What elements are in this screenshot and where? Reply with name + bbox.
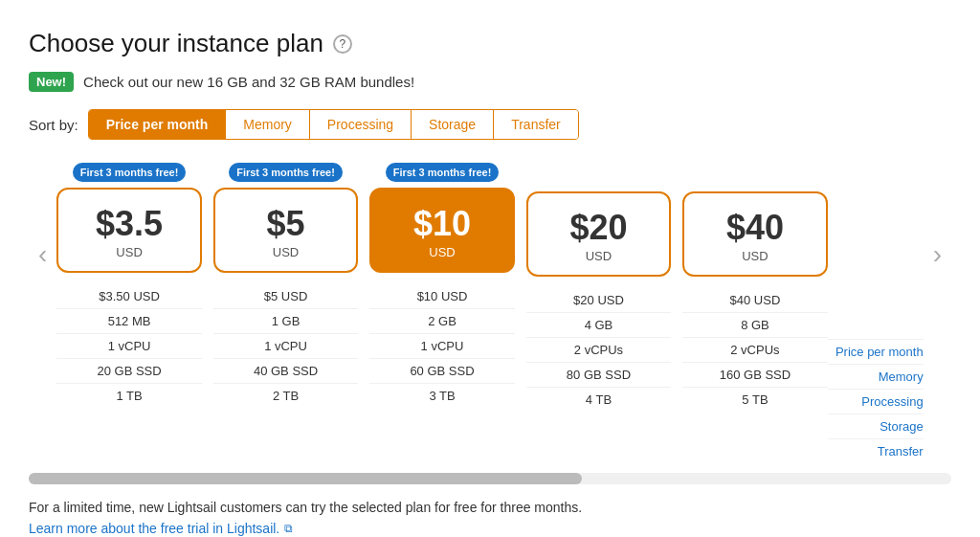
external-link-icon: ⧉: [284, 522, 293, 535]
spec-price-5: $5 USD: [213, 284, 358, 308]
plan-badge-3-5: First 3 months free!: [73, 163, 187, 182]
scrollbar-thumb: [29, 473, 582, 484]
price-currency-10: USD: [381, 245, 502, 259]
next-arrow[interactable]: ›: [924, 239, 951, 270]
spec-transfer-5: 2 TB: [213, 383, 358, 408]
page-title: Choose your instance plan ?: [29, 29, 951, 58]
spec-memory-40: 8 GB: [682, 312, 827, 337]
price-currency-5: USD: [225, 245, 346, 259]
price-currency-3-5: USD: [68, 245, 189, 259]
new-badge: New!: [29, 72, 74, 92]
plan-specs-20: $20 USD 4 GB 2 vCPUs 80 GB SSD 4 TB: [526, 288, 671, 412]
spec-processing-5: 1 vCPU: [213, 333, 358, 358]
sort-row: Sort by: Price per month Memory Processi…: [29, 109, 951, 140]
price-amount-5: $5: [225, 207, 346, 241]
plan-card-5: First 3 months free! $5 USD $5 USD 1 GB …: [213, 163, 358, 412]
plan-badge-10: First 3 months free!: [386, 163, 500, 182]
sort-tabs: Price per month Memory Processing Storag…: [88, 109, 579, 140]
help-icon[interactable]: ?: [333, 34, 352, 54]
tab-storage[interactable]: Storage: [412, 110, 494, 139]
spec-price-10: $10 USD: [369, 284, 514, 308]
spec-storage-3-5: 20 GB SSD: [56, 358, 201, 383]
plan-price-box-5[interactable]: $5 USD: [213, 188, 358, 273]
footer-link[interactable]: Learn more about the free trial in Light…: [29, 521, 951, 536]
scrollbar[interactable]: [29, 473, 951, 484]
tab-transfer[interactable]: Transfer: [494, 110, 578, 139]
spec-processing-20: 2 vCPUs: [526, 337, 671, 362]
price-amount-3-5: $3.5: [68, 207, 189, 241]
new-banner: New! Check out our new 16 GB and 32 GB R…: [29, 72, 951, 92]
plans-container: First 3 months free! $3.5 USD $3.50 USD …: [56, 163, 827, 412]
spec-processing-40: 2 vCPUs: [682, 337, 827, 362]
tab-price[interactable]: Price per month: [89, 110, 227, 139]
spec-storage-5: 40 GB SSD: [213, 358, 358, 383]
footer-text: For a limited time, new Lightsail custom…: [29, 500, 951, 515]
spec-memory-3-5: 512 MB: [56, 308, 201, 333]
sort-label: Sort by:: [29, 117, 78, 133]
side-label-processing: Processing: [828, 389, 924, 414]
side-label-price: Price per month: [828, 339, 924, 364]
plan-specs-5: $5 USD 1 GB 1 vCPU 40 GB SSD 2 TB: [213, 284, 358, 408]
plan-card-3-5: First 3 months free! $3.5 USD $3.50 USD …: [56, 163, 201, 412]
plan-card-10: First 3 months free! $10 USD $10 USD 2 G…: [369, 163, 514, 412]
plan-badge-5: First 3 months free!: [229, 163, 343, 182]
price-amount-10: $10: [381, 207, 502, 241]
plan-price-box-3-5[interactable]: $3.5 USD: [56, 188, 201, 273]
tab-memory[interactable]: Memory: [226, 110, 310, 139]
spec-processing-3-5: 1 vCPU: [56, 333, 201, 358]
spec-memory-20: 4 GB: [526, 312, 671, 337]
spec-transfer-40: 5 TB: [682, 387, 827, 412]
spec-transfer-20: 4 TB: [526, 387, 671, 412]
plan-price-box-40[interactable]: $40 USD: [682, 191, 827, 277]
price-amount-40: $40: [694, 211, 815, 245]
spec-storage-20: 80 GB SSD: [526, 362, 671, 387]
price-currency-20: USD: [538, 249, 659, 263]
price-amount-20: $20: [538, 211, 659, 245]
plan-card-40: $40 USD $40 USD 8 GB 2 vCPUs 160 GB SSD …: [682, 163, 827, 412]
side-labels: Price per month Memory Processing Storag…: [828, 167, 924, 463]
banner-text: Check out our new 16 GB and 32 GB RAM bu…: [83, 74, 414, 90]
plan-specs-10: $10 USD 2 GB 1 vCPU 60 GB SSD 3 TB: [369, 284, 514, 408]
spec-price-3-5: $3.50 USD: [56, 284, 201, 308]
side-label-transfer: Transfer: [828, 438, 924, 463]
plan-price-box-10[interactable]: $10 USD: [369, 188, 514, 273]
spec-price-20: $20 USD: [526, 288, 671, 312]
prev-arrow[interactable]: ‹: [29, 239, 56, 270]
tab-processing[interactable]: Processing: [310, 110, 412, 139]
spec-transfer-3-5: 1 TB: [56, 383, 201, 408]
spec-storage-10: 60 GB SSD: [369, 358, 514, 383]
title-text: Choose your instance plan: [29, 29, 323, 58]
spec-transfer-10: 3 TB: [369, 383, 514, 408]
side-label-storage: Storage: [828, 414, 924, 438]
spec-storage-40: 160 GB SSD: [682, 362, 827, 387]
plans-wrapper: ‹ First 3 months free! $3.5 USD $3.50 US…: [29, 163, 951, 463]
spec-memory-10: 2 GB: [369, 308, 514, 333]
plan-specs-40: $40 USD 8 GB 2 vCPUs 160 GB SSD 5 TB: [682, 288, 827, 412]
spec-processing-10: 1 vCPU: [369, 333, 514, 358]
plan-specs-3-5: $3.50 USD 512 MB 1 vCPU 20 GB SSD 1 TB: [56, 284, 201, 408]
plan-card-20: $20 USD $20 USD 4 GB 2 vCPUs 80 GB SSD 4…: [526, 163, 671, 412]
footer-link-text: Learn more about the free trial in Light…: [29, 521, 279, 536]
spec-memory-5: 1 GB: [213, 308, 358, 333]
spec-price-40: $40 USD: [682, 288, 827, 312]
side-label-memory: Memory: [828, 364, 924, 389]
price-currency-40: USD: [694, 249, 815, 263]
plan-price-box-20[interactable]: $20 USD: [526, 191, 671, 277]
